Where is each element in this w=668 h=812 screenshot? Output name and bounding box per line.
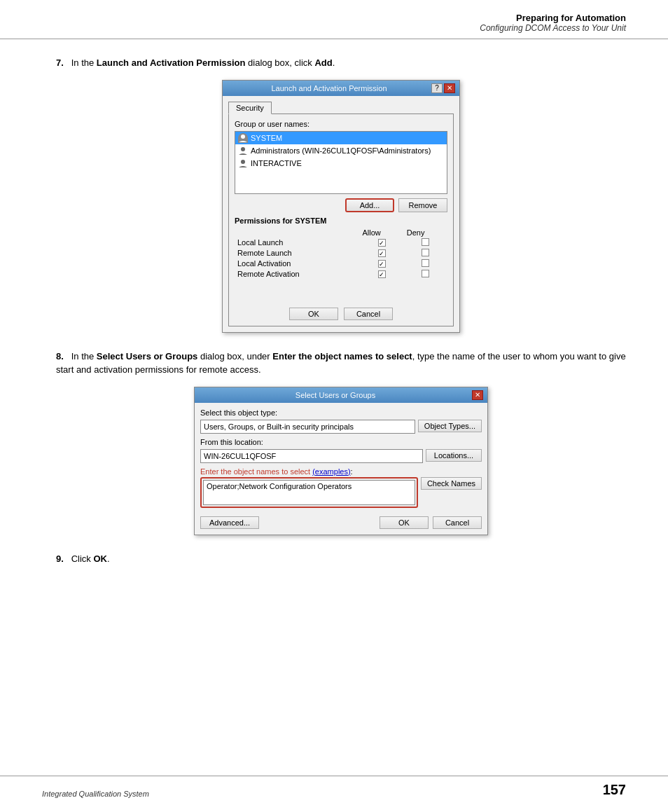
step7-dialog-name: Launch and Activation Permission	[97, 57, 246, 68]
perm-row-local-activation: Local Activation	[235, 259, 447, 269]
dialog1-close-button[interactable]: ✕	[444, 83, 455, 93]
dialog2-ok-cancel: OK Cancel	[380, 516, 482, 529]
dialog2-wrapper: Select Users or Groups ✕ Select this obj…	[56, 387, 626, 535]
dialog1-titlebar: Launch and Activation Permission ? ✕	[223, 81, 459, 96]
dialog1-ok-cancel-row: OK Cancel	[235, 308, 447, 320]
perm-deny-local-activation[interactable]	[404, 259, 447, 269]
dialog1-tab-content: Group or user names: SYSTEM	[228, 113, 454, 326]
user-icon-system	[238, 133, 248, 143]
perm-deny-remote-launch[interactable]	[404, 248, 447, 259]
dialog1-titlebar-buttons: ? ✕	[431, 83, 455, 93]
dialog2-advanced-button[interactable]: Advanced...	[200, 516, 259, 529]
step8-dialog-name: Select Users or Groups	[97, 351, 198, 362]
dialog1-user-interactive-label: INTERACTIVE	[251, 159, 302, 167]
dialog1-add-remove-row: Add... Remove	[235, 198, 447, 212]
perm-deny-local-launch[interactable]	[404, 238, 447, 248]
dialog1-user-admins[interactable]: Administrators (WIN-26CUL1QFOSF\Administ…	[235, 144, 447, 157]
dialog2-locations-button[interactable]: Locations...	[426, 449, 482, 462]
step8-emphasis: Enter the object names to select	[272, 351, 412, 362]
perm-row-remote-launch: Remote Launch	[235, 248, 447, 259]
dialog1-user-admins-label: Administrators (WIN-26CUL1QFOSF\Administ…	[251, 146, 431, 155]
perm-name-local-activation: Local Activation	[235, 259, 359, 269]
perm-allow-remote-launch[interactable]	[359, 248, 403, 259]
dialog2-names-input[interactable]: Operator;Network Configuration Operators	[203, 480, 415, 505]
dialog1-user-system[interactable]: SYSTEM	[235, 132, 447, 144]
dialog2-check-names-button[interactable]: Check Names	[421, 477, 482, 490]
page-container: Preparing for Automation Configuring DCO…	[0, 0, 668, 812]
page-header: Preparing for Automation Configuring DCO…	[0, 0, 668, 39]
step-9: 9. Click OK.	[56, 552, 626, 566]
perm-row-remote-activation: Remote Activation	[235, 269, 447, 280]
dialog2-location-label: From this location:	[200, 438, 482, 446]
dialog2-titlebar: Select Users or Groups ✕	[195, 387, 487, 403]
svg-point-2	[241, 160, 245, 164]
dialog1: Launch and Activation Permission ? ✕ Sec…	[222, 80, 460, 333]
perm-col-name	[235, 228, 359, 238]
dialog2-names-label: Enter the object names to select	[200, 467, 312, 476]
user-icon-admins	[238, 146, 248, 156]
step7-number: 7.	[56, 57, 64, 68]
dialog2-ok-button[interactable]: OK	[380, 516, 429, 529]
dialog2-close-button[interactable]: ✕	[472, 390, 483, 400]
dialog2-names-box: Operator;Network Configuration Operators	[200, 477, 418, 508]
svg-point-0	[241, 135, 245, 139]
dialog2-names-label-row: Enter the object names to select (exampl…	[200, 467, 482, 476]
page-footer: Integrated Qualification System 157	[0, 776, 668, 798]
dialog2-body: Select this object type: Object Types...…	[195, 403, 487, 535]
dialog1-title: Launch and Activation Permission	[227, 84, 431, 92]
dialog2-location-row: Locations...	[200, 449, 482, 463]
main-content: 7. In the Launch and Activation Permissi…	[0, 42, 668, 596]
dialog2: Select Users or Groups ✕ Select this obj…	[194, 387, 488, 535]
step7-action: Add	[314, 57, 332, 68]
dialog2-title: Select Users or Groups	[199, 391, 472, 399]
dialog2-object-types-button[interactable]: Object Types...	[418, 420, 482, 432]
step9-action: OK	[93, 553, 107, 564]
dialog2-cancel-button[interactable]: Cancel	[433, 516, 482, 529]
dialog1-permissions-table: Allow Deny Local Launch	[235, 228, 447, 280]
footer-page-number: 157	[603, 782, 626, 798]
header-title: Preparing for Automation	[42, 13, 626, 23]
dialog2-names-row: Operator;Network Configuration Operators…	[200, 477, 482, 508]
step8-number: 8.	[56, 351, 64, 362]
dialog1-permissions-label: Permissions for SYSTEM	[235, 216, 447, 225]
dialog2-object-type-input[interactable]	[200, 420, 415, 434]
perm-row-local-launch: Local Launch	[235, 238, 447, 248]
dialog2-titlebar-buttons: ✕	[472, 390, 483, 400]
user-icon-interactive	[238, 158, 248, 168]
dialog1-user-system-label: SYSTEM	[251, 134, 282, 142]
perm-allow-remote-activation[interactable]	[359, 269, 403, 280]
dialog1-body: Security Group or user names: SYSTEM	[223, 96, 459, 332]
dialog1-users-listbox[interactable]: SYSTEM Administrators (WIN-26CUL1QFOSF\A…	[235, 131, 447, 194]
dialog1-remove-button[interactable]: Remove	[398, 198, 447, 212]
perm-name-remote-activation: Remote Activation	[235, 269, 359, 280]
step8-text: 8. In the Select Users or Groups dialog …	[56, 350, 626, 377]
dialog1-help-button[interactable]: ?	[431, 83, 443, 93]
step7-text: 7. In the Launch and Activation Permissi…	[56, 56, 626, 70]
step-8: 8. In the Select Users or Groups dialog …	[56, 350, 626, 535]
perm-allow-local-launch[interactable]	[359, 238, 403, 248]
dialog2-names-examples-link[interactable]: (examples)	[312, 467, 350, 476]
perm-name-local-launch: Local Launch	[235, 238, 359, 248]
perm-allow-local-activation[interactable]	[359, 259, 403, 269]
dialog2-names-colon: :	[351, 467, 353, 476]
dialog2-bottom-row: Advanced... OK Cancel	[200, 516, 482, 529]
dialog2-object-type-label: Select this object type:	[200, 408, 482, 417]
dialog1-group-label: Group or user names:	[235, 120, 447, 128]
dialog1-cancel-button[interactable]: Cancel	[344, 308, 393, 320]
header-subtitle: Configuring DCOM Access to Your Unit	[42, 23, 626, 33]
dialog1-wrapper: Launch and Activation Permission ? ✕ Sec…	[56, 80, 626, 333]
dialog2-names-value: Operator;Network Configuration Operators	[207, 482, 352, 490]
dialog1-user-interactive[interactable]: INTERACTIVE	[235, 157, 447, 170]
dialog1-ok-button[interactable]: OK	[289, 308, 338, 320]
dialog1-add-button[interactable]: Add...	[345, 198, 394, 212]
dialog1-tab-security[interactable]: Security	[228, 102, 272, 114]
perm-col-allow: Allow	[359, 228, 403, 238]
perm-deny-remote-activation[interactable]	[404, 269, 447, 280]
dialog2-names-input-wrapper: Operator;Network Configuration Operators	[200, 477, 418, 508]
perm-col-deny: Deny	[404, 228, 447, 238]
step9-text: 9. Click OK.	[56, 552, 626, 566]
footer-left-text: Integrated Qualification System	[42, 790, 149, 798]
perm-name-remote-launch: Remote Launch	[235, 248, 359, 259]
dialog2-object-type-row: Object Types...	[200, 420, 482, 434]
dialog2-location-input[interactable]	[200, 449, 423, 463]
